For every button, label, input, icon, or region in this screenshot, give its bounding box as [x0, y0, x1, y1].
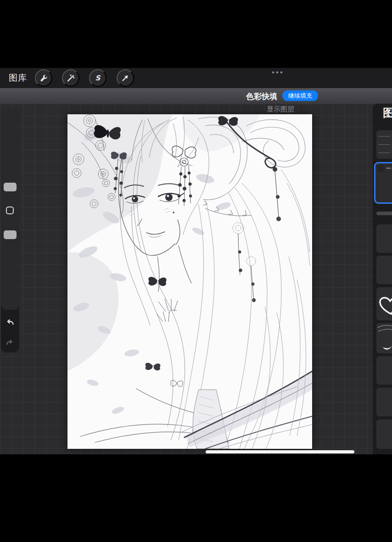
selection-button[interactable]: S: [89, 69, 106, 87]
modify-button[interactable]: [6, 207, 14, 214]
sketch-artwork: [67, 114, 312, 449]
more-menu-button[interactable]: •••: [272, 68, 284, 77]
heart-shape-icon: [376, 287, 392, 320]
undo-button[interactable]: [5, 317, 16, 328]
layer-row-streaks-thumbnail[interactable]: [376, 323, 392, 353]
procreate-screenshot: 图库 S: [0, 0, 392, 542]
gallery-button[interactable]: 图库: [9, 72, 27, 84]
svg-text:S: S: [95, 74, 101, 82]
layer-row-sketch-thumbnail[interactable]: [376, 130, 392, 159]
workspace-background: 显示图层: [0, 104, 392, 454]
undo-icon: [5, 317, 16, 328]
layer-row-selected[interactable]: [374, 162, 392, 204]
adjustments-button[interactable]: [62, 69, 79, 87]
wrench-icon: [39, 73, 48, 83]
selection-s-icon: S: [93, 73, 102, 83]
drawing-canvas[interactable]: [67, 114, 312, 449]
colordrop-banner: 色彩快填 继续填充: [0, 88, 392, 104]
brush-sidebar: [1, 109, 19, 352]
transform-arrow-icon: [121, 73, 130, 83]
layer-row[interactable]: [376, 419, 392, 449]
bottom-letterbox: [0, 454, 392, 542]
layer-row[interactable]: [376, 356, 392, 385]
layer-row[interactable]: [376, 388, 392, 416]
layers-panel-title: 图: [383, 106, 392, 120]
redo-icon: [5, 337, 16, 347]
layer-row[interactable]: [376, 256, 392, 284]
top-toolbar: 图库 S: [0, 68, 392, 88]
transform-button[interactable]: [117, 69, 134, 87]
colordrop-title: 色彩快填: [246, 91, 277, 102]
layer-row-heart-thumbnail[interactable]: [376, 287, 392, 320]
layer-name-text: [386, 168, 391, 169]
home-indicator-bar[interactable]: [206, 450, 354, 453]
brush-opacity-slider-handle[interactable]: [4, 230, 17, 239]
magic-wand-icon: [66, 73, 75, 83]
streaks-texture: [376, 323, 392, 353]
redo-button[interactable]: [5, 337, 16, 348]
layer-row[interactable]: [376, 224, 392, 253]
continue-fill-button[interactable]: 继续填充: [282, 90, 318, 101]
layers-panel: 图: [373, 104, 392, 455]
layers-visible-toast: 显示图层: [267, 105, 294, 114]
top-letterbox: [0, 0, 392, 68]
brush-size-slider-handle[interactable]: [4, 183, 17, 191]
layer-mini-thumbnail: [378, 166, 384, 172]
layer-group-divider: [376, 212, 392, 215]
actions-button[interactable]: [35, 69, 52, 87]
